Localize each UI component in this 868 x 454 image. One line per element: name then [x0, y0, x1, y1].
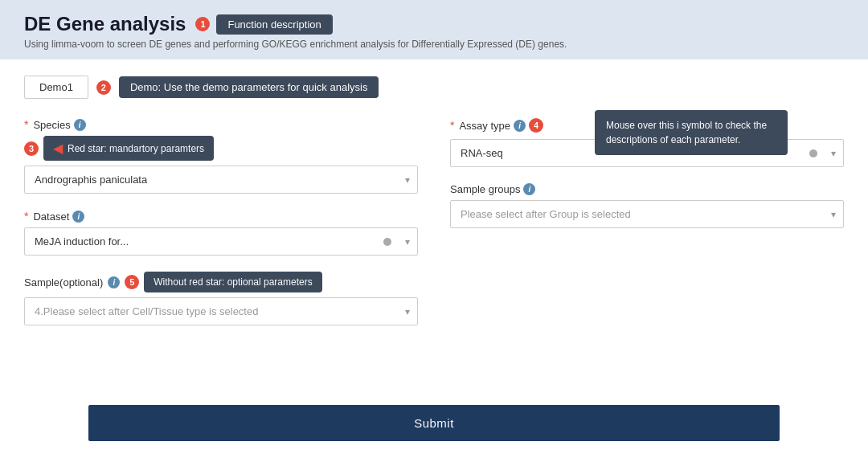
- dataset-label: Dataset: [33, 211, 69, 223]
- dataset-label-row: * Dataset i: [24, 210, 418, 223]
- left-column: * Species i 3 ◀ Red star: mandartory par…: [24, 118, 418, 342]
- sample-label-row: Sample(optional) i 5 Without red star: o…: [24, 272, 418, 292]
- page-title: DE Gene analysis: [24, 13, 186, 35]
- demo-row: Demo1 2 Demo: Use the demo parameters fo…: [24, 76, 844, 99]
- demo-tooltip: Demo: Use the demo parameters for quick …: [119, 76, 379, 98]
- submit-bar: Submit: [0, 392, 868, 454]
- page-header: DE Gene analysis 1 Function description …: [0, 0, 868, 59]
- form-columns: * Species i 3 ◀ Red star: mandartory par…: [24, 118, 844, 342]
- sample-groups-label-row: Sample groups i: [450, 183, 844, 195]
- badge-2: 2: [96, 80, 111, 95]
- assay-info-icon[interactable]: i: [514, 120, 526, 132]
- sample-optional-tooltip: Without red star: optional parameters: [144, 272, 321, 292]
- sample-label: Sample(optional): [24, 276, 103, 288]
- submit-button[interactable]: Submit: [88, 405, 780, 441]
- assay-dot: [809, 149, 817, 157]
- dataset-select-wrapper[interactable]: MeJA induction for... ▾: [24, 227, 418, 256]
- assay-field-group: * Assay type i 4 Mouse over this i symbo…: [450, 118, 844, 167]
- species-select[interactable]: Andrographis paniculata: [24, 166, 418, 194]
- sample-field-group: Sample(optional) i 5 Without red star: o…: [24, 272, 418, 325]
- function-description-button[interactable]: Function description: [216, 14, 332, 35]
- badge-3: 3: [24, 141, 39, 156]
- species-label-row: * Species i: [24, 118, 418, 131]
- page-title-area: DE Gene analysis 1 Function description: [24, 13, 844, 35]
- sample-info-icon[interactable]: i: [108, 276, 120, 288]
- sample-groups-label: Sample groups: [450, 183, 520, 195]
- sample-groups-select-wrapper[interactable]: Please select after Group is selected ▾: [450, 200, 844, 228]
- sample-groups-select[interactable]: Please select after Group is selected: [450, 200, 844, 228]
- right-column: * Assay type i 4 Mouse over this i symbo…: [450, 118, 844, 342]
- dataset-select[interactable]: MeJA induction for...: [24, 227, 418, 256]
- dataset-field-group: * Dataset i MeJA induction for... ▾: [24, 210, 418, 256]
- page-subtitle: Using limma-voom to screen DE genes and …: [24, 39, 844, 50]
- badge-1: 1: [195, 17, 210, 31]
- sample-select-wrapper[interactable]: 4.Please select after Cell/Tissue type i…: [24, 297, 418, 325]
- species-info-icon[interactable]: i: [74, 119, 86, 131]
- species-label: Species: [33, 119, 70, 131]
- function-btn-area: 1 Function description: [195, 14, 332, 35]
- assay-label: Assay type: [459, 120, 510, 132]
- dataset-required-star: *: [24, 210, 28, 223]
- sample-groups-info-icon[interactable]: i: [523, 183, 535, 195]
- species-field-group: * Species i 3 ◀ Red star: mandartory par…: [24, 118, 418, 194]
- sample-groups-field-group: Sample groups i Please select after Grou…: [450, 183, 844, 228]
- sample-select[interactable]: 4.Please select after Cell/Tissue type i…: [24, 297, 418, 325]
- badge-5: 5: [125, 275, 139, 289]
- demo1-tab[interactable]: Demo1: [24, 76, 88, 99]
- species-select-wrapper[interactable]: Andrographis paniculata ▾: [24, 166, 418, 194]
- species-required-star: *: [24, 118, 28, 131]
- assay-tooltip-callout: Mouse over this i symbol to check the de…: [595, 110, 788, 155]
- assay-required-star: *: [450, 119, 454, 132]
- dataset-info-icon[interactable]: i: [72, 211, 84, 223]
- species-mandatory-tooltip: ◀ Red star: mandartory paramters: [43, 136, 214, 161]
- badge-4: 4: [529, 118, 543, 133]
- red-left-arrow: ◀: [53, 141, 63, 156]
- main-content: Demo1 2 Demo: Use the demo parameters fo…: [0, 59, 868, 392]
- dataset-dot: [383, 238, 391, 246]
